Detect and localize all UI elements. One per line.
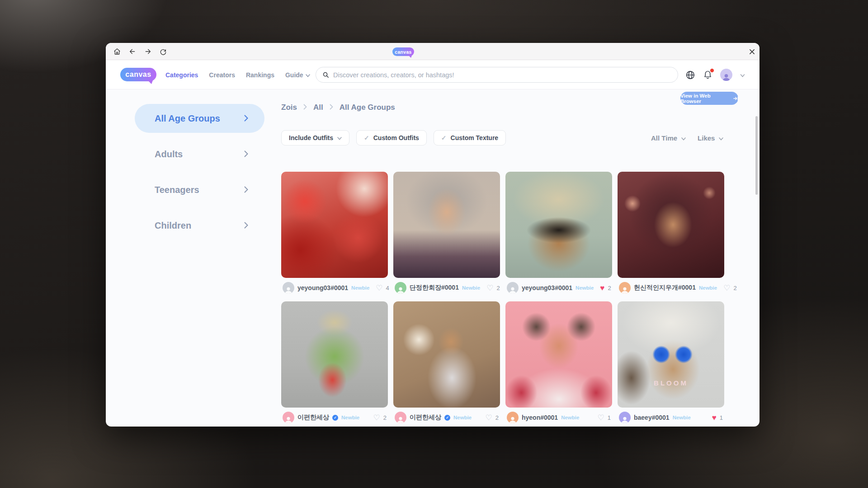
like-count: 1 (608, 414, 611, 421)
card-meta: 단정한회장#0001 ✓ Newbie ♡ 2 (393, 282, 500, 294)
creator-avatar[interactable] (619, 412, 631, 423)
time-range-label: All Time (651, 134, 677, 142)
creator-username[interactable]: 이편한세상 (410, 413, 441, 422)
creator-badge: Newbie (576, 285, 594, 291)
creator-avatar[interactable] (507, 412, 519, 423)
refresh-button[interactable] (157, 46, 169, 57)
home-button[interactable] (111, 46, 123, 57)
sidebar-item-children[interactable]: Children (135, 211, 264, 240)
search-input[interactable] (333, 71, 671, 79)
nav-categories[interactable]: Categories (165, 71, 198, 79)
creator-avatar[interactable] (283, 282, 294, 294)
creator-username[interactable]: hyeon#0001 (522, 414, 558, 421)
card-meta: hyeon#0001 ✓ Newbie ♡ 1 (505, 412, 612, 423)
sidebar-item-adults[interactable]: Adults (135, 140, 264, 169)
creator-badge: Newbie (462, 285, 480, 291)
nav-guide[interactable]: Guide (285, 71, 310, 79)
creator-username[interactable]: baeey#0001 (634, 414, 670, 421)
external-arrow-icon (733, 96, 738, 101)
creator-username[interactable]: 단정한회장#0001 (410, 284, 459, 292)
creator-username[interactable]: yeyoung03#0001 (297, 284, 348, 291)
chevron-down-icon[interactable] (740, 71, 745, 79)
creation-card[interactable]: yeyoung03#0001 ✓ Newbie ♥ 2 (505, 172, 612, 294)
include-outfits-dropdown[interactable]: Include Outfits (281, 130, 349, 145)
search-bar[interactable] (316, 67, 678, 83)
filter-chips: Include Outfits ✓ Custom Outfits ✓ Custo… (281, 130, 506, 145)
creation-image[interactable] (393, 172, 500, 278)
like-button[interactable]: ♡ (486, 414, 492, 422)
app-header: canvas Categories Creators Rankings Guid… (106, 60, 760, 89)
creator-badge: Newbie (673, 415, 691, 420)
titlebar-logo: canvas (392, 47, 414, 56)
sidebar-item-label: All Age Groups (155, 113, 220, 124)
like-button[interactable]: ♡ (373, 414, 380, 422)
scrollbar-thumb[interactable] (755, 116, 758, 195)
sort-controls: All Time Likes (651, 130, 723, 145)
creator-username[interactable]: yeyoung03#0001 (522, 284, 572, 291)
nav-creators[interactable]: Creators (209, 71, 235, 79)
creator-avatar[interactable] (619, 282, 631, 294)
like-button[interactable]: ♥ (600, 284, 604, 292)
header-actions (685, 60, 745, 89)
category-sidebar: All Age Groups Adults Teenagers Children (135, 104, 264, 247)
like-count: 2 (495, 414, 499, 421)
chip-label: Custom Texture (451, 134, 499, 141)
notifications-button[interactable] (703, 70, 712, 80)
app-window: canvas canvas Categories Creators Rankin… (106, 43, 760, 427)
sidebar-item-teenagers[interactable]: Teenagers (135, 175, 264, 204)
breadcrumb-all[interactable]: All (313, 103, 323, 112)
creator-avatar[interactable] (283, 412, 294, 423)
creation-card[interactable]: 단정한회장#0001 ✓ Newbie ♡ 2 (393, 172, 500, 294)
profile-button[interactable] (720, 69, 732, 81)
breadcrumb-all-age-groups[interactable]: All Age Groups (340, 103, 395, 112)
creator-avatar[interactable] (395, 282, 406, 294)
creation-image[interactable] (618, 172, 724, 278)
like-button[interactable]: ♡ (486, 284, 493, 292)
creation-card[interactable]: 이편한세상 ✓ Newbie ♡ 2 (393, 301, 500, 423)
creation-image[interactable] (505, 172, 612, 278)
creation-image[interactable]: BLOOM (618, 301, 724, 408)
creator-avatar[interactable] (507, 282, 519, 294)
canvas-logo-text: canvas (125, 70, 151, 79)
sort-by-dropdown[interactable]: Likes (698, 134, 723, 142)
card-grid: yeyoung03#0001 ✓ Newbie ♡ 4 단정한회장#0001 ✓… (281, 172, 726, 423)
creator-badge: Newbie (341, 415, 359, 420)
creation-image[interactable] (281, 172, 388, 278)
creator-avatar[interactable] (395, 412, 406, 423)
chip-label: Include Outfits (289, 134, 333, 141)
window-titlebar: canvas (106, 43, 760, 60)
canvas-logo[interactable]: canvas (120, 68, 156, 81)
creator-username[interactable]: 헌신적인지우개#0001 (634, 284, 696, 292)
creation-image[interactable] (281, 301, 388, 408)
creation-card[interactable]: 이편한세상 ✓ Newbie ♡ 2 (281, 301, 388, 423)
creation-card[interactable]: hyeon#0001 ✓ Newbie ♡ 1 (505, 301, 612, 423)
language-button[interactable] (685, 70, 695, 80)
nav-rankings[interactable]: Rankings (246, 71, 274, 79)
avatar (720, 69, 732, 81)
chevron-down-icon (306, 71, 310, 79)
like-button[interactable]: ♥ (712, 414, 717, 422)
creation-card[interactable]: BLOOM baeey#0001 ✓ Newbie ♥ 1 (618, 301, 724, 423)
breadcrumb-zois[interactable]: Zois (281, 103, 297, 112)
like-count: 4 (386, 285, 389, 291)
like-button[interactable]: ♡ (598, 414, 604, 422)
time-range-dropdown[interactable]: All Time (651, 134, 686, 142)
back-button[interactable] (127, 46, 138, 57)
creator-badge: Newbie (699, 285, 717, 291)
creation-image[interactable] (393, 301, 500, 408)
close-button[interactable] (746, 46, 758, 57)
view-in-web-browser-button[interactable]: View in Web Browser (680, 92, 738, 105)
creation-card[interactable]: yeyoung03#0001 ✓ Newbie ♡ 4 (281, 172, 388, 294)
forward-button[interactable] (142, 46, 154, 57)
creation-image[interactable] (505, 301, 612, 408)
like-button[interactable]: ♡ (376, 284, 382, 292)
custom-outfits-toggle[interactable]: ✓ Custom Outfits (356, 130, 427, 145)
creation-card[interactable]: 헌신적인지우개#0001 ✓ Newbie ♡ 2 (618, 172, 724, 294)
like-button[interactable]: ♡ (723, 284, 730, 292)
breadcrumb: Zois All All Age Groups (281, 103, 395, 112)
custom-texture-toggle[interactable]: ✓ Custom Texture (434, 130, 506, 145)
sidebar-item-all-age-groups[interactable]: All Age Groups (135, 104, 264, 133)
sidebar-item-label: Adults (155, 149, 183, 160)
creator-username[interactable]: 이편한세상 (297, 413, 329, 422)
chevron-right-icon (303, 103, 307, 112)
